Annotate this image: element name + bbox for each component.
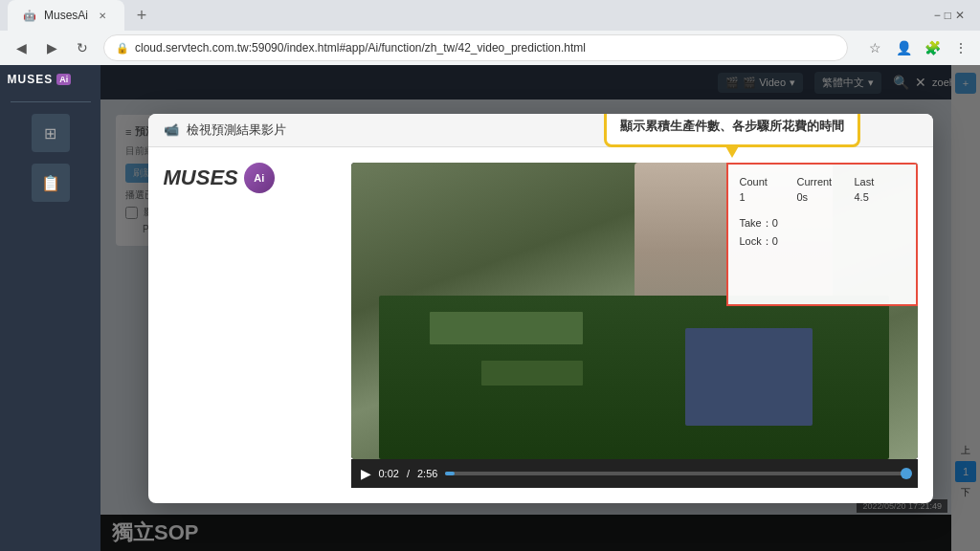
new-tab-button[interactable]: +	[128, 2, 155, 29]
sidebar-nav: ⊞ 📋	[0, 114, 100, 202]
modal-overlay: 📹 檢視預測結果影片 MUSES Ai	[100, 65, 980, 551]
count-header: Count	[740, 176, 778, 187]
video-controls: ▶ 0:02 / 2:56	[351, 459, 918, 488]
tab-close-button[interactable]: ✕	[96, 9, 109, 22]
modal: 📹 檢視預測結果影片 MUSES Ai	[148, 114, 933, 503]
time-separator: /	[407, 468, 410, 479]
progress-fill	[445, 472, 455, 475]
current-header: Current	[797, 176, 835, 187]
url-bar[interactable]: 🔒 cloud.servtech.com.tw:59090/index.html…	[103, 34, 848, 61]
window-restore[interactable]: □	[945, 9, 951, 22]
stats-values-row: 1 0s 4.5	[740, 191, 904, 203]
pcb-chip-1	[430, 312, 583, 344]
address-bar: ◀ ▶ ↻ 🔒 cloud.servtech.com.tw:59090/inde…	[0, 31, 980, 65]
callout-top: 顯示累積生產件數、各步驟所花費的時間	[604, 114, 860, 147]
extension-icon[interactable]: 🧩	[921, 36, 944, 59]
app-area: MUSES Ai ⊞ 📋 🎬 🎬 Video ▾ 繁體中文 ▾ 🔍 ✕ zo	[0, 65, 980, 551]
lock-label: Lock：0	[740, 232, 904, 252]
ai-badge-circle: Ai	[244, 163, 275, 193]
stats-header-row: Count Current Last	[740, 176, 904, 187]
refresh-button[interactable]: ↻	[69, 34, 96, 61]
modal-body: MUSES Ai 顯示累積生產件數、各步驟所花費的時間	[148, 147, 933, 503]
callout-top-arrow	[724, 144, 740, 158]
time-current: 0:02	[379, 468, 399, 479]
sidebar-ai-badge: Ai	[56, 74, 71, 85]
pcb-chip-2	[481, 361, 584, 386]
tab-bar: 🤖 MusesAi ✕ + − □ ✕	[0, 0, 980, 31]
time-total: 2:56	[417, 468, 437, 479]
last-value: 4.5	[855, 191, 893, 203]
active-tab[interactable]: 🤖 MusesAi ✕	[8, 0, 124, 31]
modal-title-icon: 📹	[164, 122, 179, 137]
pcb-chip-3	[685, 328, 813, 426]
profile-icon[interactable]: 👤	[892, 36, 915, 59]
window-minimize[interactable]: −	[934, 9, 941, 22]
url-text: cloud.servtech.com.tw:59090/index.html#a…	[135, 41, 586, 55]
bookmark-icon[interactable]: ☆	[863, 36, 886, 59]
more-icon[interactable]: ⋮	[949, 36, 972, 59]
current-value: 0s	[797, 191, 835, 203]
modal-left-panel: MUSES Ai	[164, 163, 336, 488]
tab-title: MusesAi	[44, 9, 88, 22]
modal-title: 檢視預測結果影片	[187, 121, 286, 139]
last-header: Last	[855, 176, 893, 187]
back-button[interactable]: ◀	[8, 34, 34, 61]
sidebar-icon-2[interactable]: 📋	[32, 164, 70, 202]
lock-icon: 🔒	[116, 42, 129, 55]
video-frame: Count Current Last 1 0s 4.5	[351, 163, 918, 459]
progress-bar[interactable]	[445, 472, 907, 475]
count-value: 1	[740, 191, 778, 203]
window-close[interactable]: ✕	[955, 9, 965, 22]
stats-overlay-box: Count Current Last 1 0s 4.5	[726, 163, 918, 306]
pcb-visual	[379, 296, 889, 459]
sidebar: MUSES Ai ⊞ 📋	[0, 65, 100, 551]
main-content: 🎬 🎬 Video ▾ 繁體中文 ▾ 🔍 ✕ zoehsin ≡ 預測清單	[100, 65, 980, 551]
browser-actions: ☆ 👤 🧩 ⋮	[863, 36, 972, 59]
video-area: 顯示累積生產件數、各步驟所花費的時間	[351, 163, 918, 488]
muses-text: MUSES	[164, 165, 238, 190]
take-label: Take：0	[740, 214, 904, 233]
browser-chrome: 🤖 MusesAi ✕ + − □ ✕ ◀ ▶ ↻ 🔒 cloud.servte…	[0, 0, 980, 65]
muses-ai-logo: MUSES Ai	[164, 163, 336, 193]
play-button[interactable]: ▶	[361, 466, 371, 481]
progress-dot	[901, 468, 912, 479]
stats-extra: Take：0 Lock：0	[740, 214, 904, 253]
forward-button[interactable]: ▶	[38, 34, 65, 61]
sidebar-logo: MUSES Ai	[8, 73, 94, 86]
video-background: Count Current Last 1 0s 4.5	[351, 163, 918, 459]
sidebar-logo-text: MUSES	[8, 73, 54, 86]
sidebar-icon-1[interactable]: ⊞	[32, 114, 70, 152]
nav-buttons: ◀ ▶ ↻	[8, 34, 96, 61]
tab-favicon: 🤖	[23, 10, 36, 22]
